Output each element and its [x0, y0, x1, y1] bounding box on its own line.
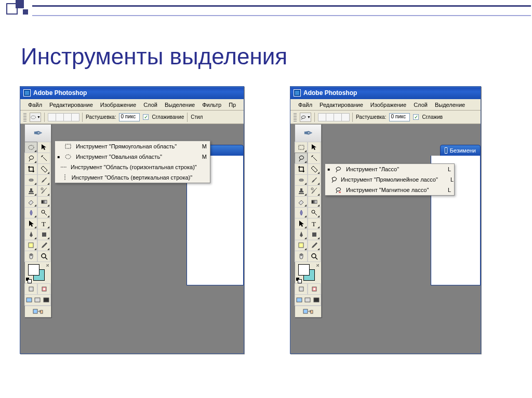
color-swatches[interactable]: ⤭ — [295, 262, 321, 284]
tool-zoom[interactable] — [308, 251, 321, 262]
tool-slice[interactable] — [308, 163, 321, 175]
tool-shape[interactable] — [308, 229, 321, 240]
toolbox-header[interactable]: ✒ — [25, 125, 51, 142]
toolbox-header[interactable]: ✒ — [295, 125, 321, 142]
tool-pen[interactable] — [295, 229, 308, 240]
tool-brush[interactable] — [308, 174, 321, 186]
tool-blur[interactable] — [295, 207, 308, 218]
tool-hand[interactable] — [295, 251, 308, 262]
tool-gradient[interactable] — [37, 196, 50, 208]
tool-path-select[interactable] — [295, 218, 308, 229]
antialias-checkbox[interactable] — [143, 114, 149, 120]
jump-to-imageready[interactable] — [25, 306, 51, 317]
flyout-item-hrow[interactable]: Инструмент "Область (горизонтальная стро… — [55, 162, 210, 172]
selection-mode-buttons[interactable] — [318, 113, 349, 121]
screen-modes[interactable] — [24, 294, 51, 306]
document-tab[interactable]: Безимени — [440, 145, 481, 156]
svg-point-1 — [29, 145, 34, 149]
flyout-item-poly-lasso[interactable]: Инструмент "Прямолинейное лассо" L — [325, 174, 454, 185]
menu-image[interactable]: Изображение — [367, 100, 410, 109]
menu-edit[interactable]: Редактирование — [46, 100, 97, 109]
tool-crop[interactable] — [24, 163, 37, 175]
menu-file[interactable]: Файл — [24, 100, 46, 109]
tool-dodge[interactable] — [37, 207, 50, 218]
tool-pen[interactable] — [24, 229, 37, 240]
lasso-flyout[interactable]: ■ Инструмент "Лассо" L Инструмент "Прямо… — [325, 163, 455, 196]
swap-colors-icon[interactable]: ⤭ — [316, 263, 320, 268]
current-tool-preview[interactable]: ▼ — [30, 113, 41, 122]
tool-stamp[interactable] — [24, 185, 37, 197]
tool-move[interactable] — [308, 142, 321, 153]
current-tool-preview[interactable]: ▼ — [300, 113, 311, 122]
tool-history-brush[interactable] — [37, 185, 50, 197]
antialias-checkbox[interactable] — [413, 114, 419, 120]
menu-file[interactable]: Файл — [295, 100, 316, 109]
flyout-item-vrow[interactable]: Инструмент "Область (вертикальная строка… — [55, 172, 210, 183]
mode-quickmask[interactable] — [37, 283, 50, 295]
tool-wand[interactable] — [308, 153, 321, 164]
tool-eraser[interactable] — [295, 196, 308, 208]
menu-layer[interactable]: Слой — [410, 100, 431, 109]
tool-eraser[interactable] — [24, 196, 37, 208]
menu-select[interactable]: Выделение — [431, 100, 469, 109]
mode-standard[interactable] — [295, 283, 308, 295]
flyout-item-rect[interactable]: Инструмент "Прямоугольная область" M — [55, 141, 210, 152]
flyout-item-magnetic-lasso[interactable]: Инструмент "Магнитное лассо" L — [325, 185, 454, 195]
fg-color-swatch[interactable] — [298, 264, 310, 276]
tool-dodge[interactable] — [308, 207, 321, 218]
tool-shape[interactable] — [37, 229, 50, 240]
titlebar[interactable]: Adobe Photoshop — [290, 87, 481, 99]
selection-mode-buttons[interactable] — [48, 113, 79, 121]
default-colors-icon[interactable] — [296, 278, 301, 283]
tool-marquee[interactable] — [24, 142, 37, 153]
flyout-item-lasso[interactable]: ■ Инструмент "Лассо" L — [325, 164, 454, 174]
tool-notes[interactable] — [295, 240, 308, 251]
fg-color-swatch[interactable] — [28, 264, 39, 276]
menu-layer[interactable]: Слой — [140, 100, 161, 109]
grip-icon[interactable] — [23, 113, 26, 121]
tool-zoom[interactable] — [37, 251, 50, 262]
tool-type[interactable]: T — [37, 218, 50, 229]
tool-heal[interactable] — [295, 174, 308, 186]
tool-slice[interactable] — [37, 163, 50, 175]
default-colors-icon[interactable] — [26, 278, 31, 283]
tool-lasso[interactable] — [24, 153, 37, 164]
menu-select[interactable]: Выделение — [161, 100, 198, 109]
tool-heal[interactable] — [24, 174, 37, 186]
tool-notes[interactable] — [24, 240, 37, 251]
tool-blur[interactable] — [24, 207, 37, 218]
menu-edit[interactable]: Редактирование — [316, 100, 367, 109]
svg-point-33 — [313, 288, 315, 290]
grip-icon[interactable] — [294, 113, 297, 121]
tool-move[interactable] — [37, 142, 50, 153]
tool-eyedropper[interactable] — [308, 240, 321, 251]
tool-lasso[interactable] — [295, 153, 308, 164]
menu-more[interactable]: Пр — [225, 100, 240, 109]
titlebar[interactable]: Adobe Photoshop — [20, 87, 244, 99]
tool-eyedropper[interactable] — [37, 240, 50, 251]
tool-hand[interactable] — [24, 251, 37, 262]
color-swatches[interactable]: ⤭ — [25, 262, 51, 284]
tool-wand[interactable] — [37, 153, 50, 164]
flyout-item-ellipse[interactable]: ■ Инструмент "Овальная область" M — [55, 152, 210, 162]
tool-marquee[interactable] — [295, 142, 308, 153]
screen-modes[interactable] — [295, 294, 321, 306]
tool-gradient[interactable] — [308, 196, 321, 208]
feather-input[interactable]: 0 пикс — [389, 113, 410, 121]
feather-input[interactable]: 0 пикс — [119, 113, 140, 121]
marquee-flyout[interactable]: Инструмент "Прямоугольная область" M ■ И… — [55, 141, 210, 183]
svg-rect-4 — [42, 200, 47, 203]
tool-brush[interactable] — [37, 174, 50, 186]
svg-rect-2 — [29, 179, 33, 181]
tool-history-brush[interactable] — [308, 185, 321, 197]
menu-filter[interactable]: Фильтр — [198, 100, 225, 109]
swap-colors-icon[interactable]: ⤭ — [46, 263, 49, 268]
tool-stamp[interactable] — [295, 185, 308, 197]
mode-standard[interactable] — [24, 283, 37, 295]
tool-path-select[interactable] — [24, 218, 37, 229]
menu-image[interactable]: Изображение — [97, 100, 140, 109]
mode-quickmask[interactable] — [308, 283, 321, 295]
tool-type[interactable]: T — [308, 218, 321, 229]
tool-crop[interactable] — [295, 163, 308, 175]
jump-to-imageready[interactable] — [295, 306, 321, 317]
